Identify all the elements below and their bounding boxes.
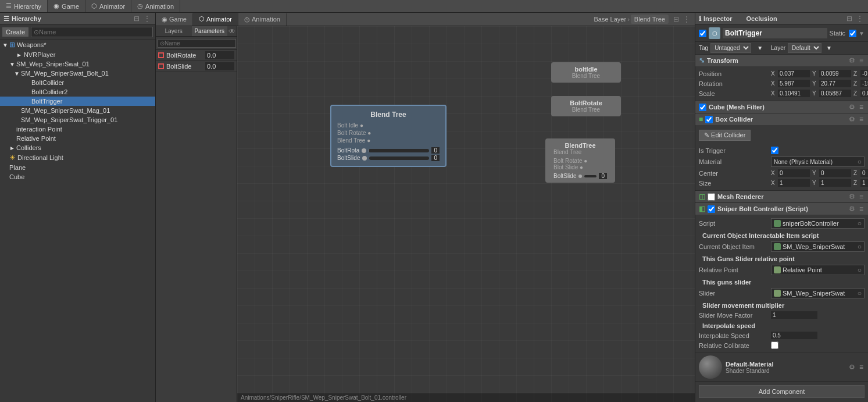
rotation-y[interactable] (819, 80, 851, 87)
create-button[interactable]: Create (2, 27, 28, 37)
bolt-rotate-node-mid[interactable]: BoltRotate Blend Tree (551, 96, 621, 116)
obj-active-checkbox[interactable] (699, 30, 706, 37)
tree-item-nvrplayer[interactable]: ► NVRPlayer (0, 50, 155, 59)
params-eye-btn[interactable]: 👁 (227, 26, 237, 36)
obj-name-input[interactable] (723, 28, 827, 38)
relative-calibrate-checkbox[interactable] (771, 341, 778, 349)
tree-item-boltcollider[interactable]: BoltCollider (0, 78, 155, 87)
tab-animator-center[interactable]: ⬡ Animator (193, 13, 238, 26)
inspector-menu-btn[interactable]: ⋮ (855, 15, 865, 23)
hierarchy-menu-btn[interactable]: ⋮ (142, 15, 152, 23)
edit-collider-btn[interactable]: ✎ Edit Collider (699, 130, 751, 141)
blend-canvas[interactable]: Blend Tree Bolt Idle ● Bolt Rotate ● Ble… (237, 26, 695, 402)
script-checkbox[interactable] (708, 205, 715, 213)
occlusion-tab[interactable]: Occlusion (746, 15, 777, 22)
tab-game[interactable]: ◉ Game (48, 0, 85, 12)
tree-item-bolttrigger[interactable]: BoltTrigger (0, 97, 155, 106)
rotation-z[interactable] (860, 80, 868, 87)
box-collider-header[interactable]: ■ Box Collider ⚙ ≡ (695, 113, 868, 125)
material-settings-btn[interactable]: ⚙ (848, 363, 856, 371)
tab-parameters[interactable]: Parameters (192, 26, 228, 36)
position-y[interactable] (819, 70, 851, 77)
tab-hierarchy[interactable]: ☰ Hierarchy (0, 0, 48, 12)
tree-item-relative-point[interactable]: Relative Point (0, 134, 155, 143)
size-z[interactable] (860, 179, 868, 187)
interpolate-speed-input[interactable] (771, 332, 817, 339)
box-collider-checkbox[interactable] (705, 116, 713, 123)
tree-item-mag01[interactable]: SM_Wep_SniperSwat_Mag_01 (0, 106, 155, 115)
tree-item-plane[interactable]: Plane (0, 163, 155, 172)
transform-settings-btn[interactable]: ⚙ (848, 56, 856, 65)
scale-y[interactable] (819, 90, 851, 97)
params-search-input[interactable] (158, 39, 236, 48)
this-guns-slider-title: This guns slider (699, 276, 865, 287)
tree-item-interaction-point[interactable]: interaction Point (0, 124, 155, 134)
position-x[interactable] (778, 70, 810, 77)
size-x[interactable] (778, 179, 810, 187)
transform-menu-btn[interactable]: ≡ (858, 56, 865, 65)
tab-game-center[interactable]: ◉ Game (156, 13, 193, 26)
mesh-renderer-settings-btn[interactable]: ⚙ (848, 193, 856, 201)
boltslide-value[interactable] (205, 62, 234, 70)
bolt-idle-node[interactable]: boltIdle Blend Tree (551, 62, 621, 83)
scale-x[interactable] (778, 90, 810, 97)
boltrotate-value[interactable] (205, 51, 234, 59)
relative-point-btn[interactable]: ○ (858, 266, 862, 274)
center-x[interactable] (778, 169, 810, 177)
hierarchy-search[interactable] (31, 27, 153, 37)
center-y[interactable] (819, 169, 851, 177)
tag-select[interactable]: Untagged (710, 43, 751, 53)
tab-layers[interactable]: Layers (156, 26, 192, 36)
is-trigger-checkbox[interactable] (771, 147, 778, 154)
script-settings-btn[interactable]: ⚙ (848, 205, 856, 213)
main-blend-tree-node[interactable]: Blend Tree Bolt Idle ● Bolt Rotate ● Ble… (330, 105, 446, 167)
current-item-btn[interactable]: ○ (858, 243, 862, 251)
mesh-filter-header[interactable]: Cube (Mesh Filter) ⚙ ≡ (695, 101, 868, 113)
center-tabs: ◉ Game ⬡ Animator ◷ Animation Base Layer… (156, 13, 695, 26)
blend-tree-sub-node[interactable]: BlendTree Blend Tree Bolt Rotate ● Blot … (545, 138, 615, 183)
box-collider-settings-btn[interactable]: ⚙ (848, 115, 856, 123)
tab-animator[interactable]: ⬡ Animator (85, 0, 131, 12)
bolt-rotate-port: Bolt Rotate ● (337, 130, 440, 136)
tree-item-cube[interactable]: Cube (0, 172, 155, 182)
material-ref-btn[interactable]: ○ (858, 158, 862, 166)
script-menu-btn[interactable]: ≡ (858, 205, 865, 213)
blend-tree-port: Blend Tree ● (337, 137, 440, 144)
rotation-x[interactable] (778, 80, 810, 87)
tree-item-bolt01[interactable]: ▼ SM_Wep_SniperSwat_Bolt_01 (0, 69, 155, 78)
box-collider-menu-btn[interactable]: ≡ (858, 115, 865, 123)
static-checkbox[interactable] (849, 30, 856, 37)
sniper-bolt-controller-header[interactable]: ◧ Sniper Bolt Controller (Script) ⚙ ≡ (695, 203, 868, 215)
material-menu-btn[interactable]: ≡ (858, 363, 865, 371)
slider-move-factor-input[interactable] (771, 311, 817, 319)
script-ref-btn[interactable]: ○ (858, 219, 862, 227)
transform-section-header[interactable]: ⤡ Transform ⚙ ≡ (695, 55, 868, 66)
scale-z[interactable] (860, 90, 868, 97)
inspector-lock-btn[interactable]: ⊟ (845, 15, 853, 23)
animator-lock-btn[interactable]: ⊟ (672, 15, 680, 23)
tab-animation-center[interactable]: ◷ Animation (238, 13, 287, 26)
mesh-filter-section: Cube (Mesh Filter) ⚙ ≡ (695, 101, 868, 113)
add-component-button[interactable]: Add Component (699, 385, 865, 398)
tree-item-weapons[interactable]: ▼ ⊞ Weapons* (0, 40, 155, 50)
layer-select[interactable]: Default (788, 43, 821, 53)
hierarchy-lock-btn[interactable]: ⊟ (133, 15, 141, 23)
tree-item-boltcollider2[interactable]: BoltCollider2 (0, 87, 155, 97)
mesh-filter-checkbox[interactable] (699, 104, 706, 111)
slider-ref-btn[interactable]: ○ (858, 289, 862, 297)
tree-item-smwep01[interactable]: ▼ SM_Wep_SniperSwat_01 (0, 59, 155, 69)
mesh-renderer-header[interactable]: ◫ Mesh Renderer ⚙ ≡ (695, 191, 868, 202)
mesh-filter-menu-btn[interactable]: ≡ (858, 103, 865, 111)
tag-layer-row: Tag Untagged ▼ Layer Default ▼ (695, 42, 868, 55)
position-z[interactable] (860, 70, 868, 77)
tree-item-dirlight[interactable]: ☀ Directional Light (0, 152, 155, 163)
size-y[interactable] (819, 179, 851, 187)
animator-menu-btn[interactable]: ⋮ (682, 15, 691, 23)
mesh-renderer-menu-btn[interactable]: ≡ (858, 193, 865, 201)
tree-item-colliders[interactable]: ► Colliders (0, 143, 155, 152)
mesh-filter-settings-btn[interactable]: ⚙ (848, 103, 856, 111)
tree-item-trigger01[interactable]: SM_Wep_SniperSwat_Trigger_01 (0, 115, 155, 124)
mesh-renderer-checkbox[interactable] (708, 193, 715, 201)
tab-animation[interactable]: ◷ Animation (131, 0, 180, 12)
center-z[interactable] (860, 169, 868, 177)
